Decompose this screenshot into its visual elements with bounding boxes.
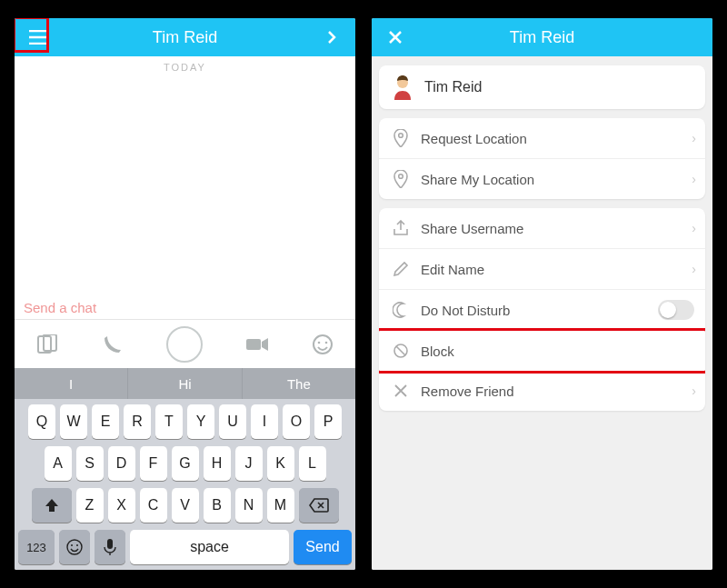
keyboard-row-1: Q W E R T Y U I O P — [18, 404, 352, 439]
key-e[interactable]: E — [92, 404, 119, 439]
actions-group: Share Username › Edit Name › Do Not Dist… — [379, 208, 705, 411]
location-pin-icon — [393, 129, 408, 147]
header-forward-button[interactable] — [319, 30, 344, 45]
call-button[interactable] — [101, 333, 124, 356]
key-p[interactable]: P — [314, 404, 342, 439]
svg-point-6 — [67, 540, 82, 554]
row-share-location[interactable]: Share My Location › — [379, 159, 705, 199]
chevron-right-icon: › — [692, 384, 696, 398]
chevron-right-icon: › — [692, 221, 696, 235]
row-remove-friend[interactable]: Remove Friend › — [379, 371, 705, 411]
keyboard-row-2: A S D F G H J K L — [18, 446, 352, 481]
row-label: Request Location — [421, 131, 527, 146]
close-button[interactable] — [383, 30, 408, 45]
chat-area: TODAY Send a chat — [15, 56, 355, 319]
profile-body: Tim Reid Request Location › Share My Loc… — [372, 56, 712, 570]
key-x[interactable]: X — [108, 488, 135, 523]
phone-icon — [103, 334, 123, 354]
key-v[interactable]: V — [172, 488, 199, 523]
keyboard-row-3: Z X C V B N M — [18, 488, 352, 523]
keyboard: Q W E R T Y U I O P A S D F G H J K L — [15, 399, 355, 570]
row-block[interactable]: Block — [379, 328, 705, 374]
profile-card[interactable]: Tim Reid — [379, 65, 705, 109]
chevron-right-icon: › — [692, 131, 696, 145]
x-icon — [393, 384, 408, 398]
row-edit-name[interactable]: Edit Name › — [379, 249, 705, 290]
chat-title: Tim Reid — [51, 28, 319, 47]
row-share-username[interactable]: Share Username › — [379, 208, 705, 249]
suggestion-1[interactable]: Hi — [128, 368, 242, 399]
row-label: Remove Friend — [421, 384, 514, 399]
dnd-toggle[interactable] — [658, 300, 694, 320]
key-y[interactable]: Y — [187, 404, 214, 439]
keyboard-row-4: 123 space Send — [18, 530, 352, 564]
today-label: TODAY — [15, 56, 355, 78]
gallery-button[interactable] — [35, 333, 59, 356]
key-w[interactable]: W — [60, 404, 87, 439]
suggestion-2[interactable]: The — [243, 368, 355, 399]
key-f[interactable]: F — [140, 446, 167, 481]
shift-icon — [44, 497, 60, 513]
backspace-icon — [309, 498, 329, 513]
chat-input[interactable]: Send a chat — [24, 300, 346, 315]
menu-button[interactable] — [25, 30, 51, 45]
key-o[interactable]: O — [283, 404, 310, 439]
row-label: Do Not Disturb — [421, 303, 510, 318]
key-i[interactable]: I — [251, 404, 278, 439]
key-a[interactable]: A — [45, 446, 72, 481]
key-l[interactable]: L — [299, 446, 326, 481]
chat-toolbar — [15, 319, 355, 368]
svg-point-11 — [399, 134, 403, 138]
key-c[interactable]: C — [140, 488, 167, 523]
svg-point-7 — [71, 544, 73, 546]
row-dnd[interactable]: Do Not Disturb — [379, 290, 705, 331]
key-q[interactable]: Q — [28, 404, 55, 439]
key-b[interactable]: B — [204, 488, 231, 523]
key-backspace[interactable] — [299, 488, 339, 523]
avatar-icon — [390, 75, 415, 100]
profile-name: Tim Reid — [424, 79, 482, 95]
key-mic[interactable] — [95, 530, 125, 564]
suggestion-0[interactable]: I — [15, 368, 128, 399]
profile-title: Tim Reid — [408, 28, 676, 47]
key-s[interactable]: S — [76, 446, 104, 481]
share-icon — [393, 220, 409, 236]
key-n[interactable]: N — [235, 488, 263, 523]
row-label: Share My Location — [421, 172, 534, 187]
key-123[interactable]: 123 — [18, 530, 55, 564]
key-r[interactable]: R — [124, 404, 151, 439]
chevron-right-icon: › — [692, 262, 696, 276]
key-j[interactable]: J — [235, 446, 263, 481]
chat-header: Tim Reid — [15, 18, 355, 56]
svg-point-12 — [399, 174, 403, 179]
mic-icon — [104, 538, 116, 556]
emoji-button[interactable] — [311, 333, 334, 356]
key-emoji[interactable] — [59, 530, 90, 564]
key-u[interactable]: U — [219, 404, 246, 439]
key-k[interactable]: K — [267, 446, 294, 481]
svg-point-4 — [318, 341, 321, 344]
key-z[interactable]: Z — [76, 488, 104, 523]
emoji-key-icon — [65, 538, 84, 556]
profile-header: Tim Reid — [372, 18, 712, 56]
left-phone: Tim Reid TODAY Send a chat — [15, 18, 355, 570]
hamburger-icon — [29, 30, 47, 45]
video-button[interactable] — [245, 333, 269, 356]
row-label: Edit Name — [421, 262, 484, 277]
video-icon — [245, 336, 269, 353]
capture-button[interactable] — [166, 326, 203, 363]
svg-point-8 — [76, 544, 78, 546]
smiley-icon — [312, 334, 334, 355]
key-d[interactable]: D — [108, 446, 135, 481]
row-request-location[interactable]: Request Location › — [379, 118, 705, 159]
chat-input-row: Send a chat — [15, 293, 355, 319]
key-g[interactable]: G — [172, 446, 199, 481]
key-send[interactable]: Send — [294, 530, 352, 564]
key-space[interactable]: space — [130, 530, 289, 564]
key-h[interactable]: H — [204, 446, 231, 481]
key-shift[interactable] — [32, 488, 72, 523]
block-icon — [393, 343, 409, 359]
key-m[interactable]: M — [267, 488, 294, 523]
row-label: Block — [421, 344, 454, 359]
key-t[interactable]: T — [155, 404, 183, 439]
